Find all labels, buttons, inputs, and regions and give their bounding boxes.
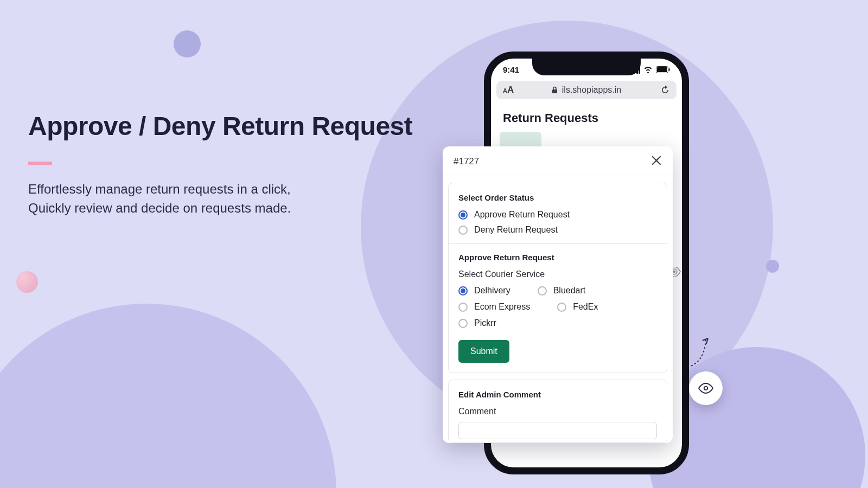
- status-title: Select Order Status: [458, 193, 657, 202]
- status-section: Select Order Status Approve Return Reque…: [448, 183, 667, 373]
- comment-input[interactable]: [458, 422, 657, 439]
- decor-circle: [0, 304, 336, 488]
- approve-title: Approve Return Request: [458, 253, 657, 262]
- radio-deny-label: Deny Return Request: [474, 225, 558, 235]
- decor-circle: [16, 271, 38, 293]
- wifi-icon: [643, 66, 653, 73]
- pointer-arrow: [683, 337, 709, 370]
- radio-ecom-label: Ecom Express: [474, 302, 530, 312]
- browser-bar[interactable]: AA ils.shopiapps.in: [496, 81, 676, 99]
- radio-bluedart[interactable]: Bluedart: [538, 286, 586, 296]
- decor-circle: [766, 260, 779, 273]
- comment-section: Edit Admin Comment Comment: [448, 380, 667, 443]
- hero-subtext: Effortlessly manage return requests in a…: [28, 180, 412, 218]
- radio-delhivery[interactable]: Delhivery: [458, 286, 510, 296]
- view-fab[interactable]: [689, 371, 723, 405]
- radio-pickrr-label: Pickrr: [474, 318, 496, 328]
- bg-pill: [500, 132, 541, 148]
- hero-line2: Quickly review and decide on requests ma…: [28, 199, 412, 218]
- radio-pickrr[interactable]: Pickrr: [458, 318, 496, 328]
- radio-approve-label: Approve Return Request: [474, 210, 570, 220]
- modal-order-id: #1727: [454, 156, 479, 167]
- radio-approve[interactable]: Approve Return Request: [458, 210, 657, 220]
- radio-fedex[interactable]: FedEx: [557, 302, 598, 312]
- battery-icon: [656, 66, 670, 73]
- radio-icon: [538, 286, 547, 296]
- browser-url: ils.shopiapps.in: [562, 85, 621, 95]
- status-time: 9:41: [503, 65, 519, 74]
- svg-rect-3: [552, 89, 557, 93]
- radio-icon: [458, 226, 468, 235]
- svg-point-5: [704, 387, 707, 390]
- radio-icon: [458, 319, 468, 328]
- eye-icon: [698, 383, 713, 394]
- modal-header: #1727: [443, 146, 673, 176]
- hero-line1: Effortlessly manage return requests in a…: [28, 180, 412, 199]
- courier-label: Select Courier Service: [458, 269, 657, 279]
- hero-title: Approve / Deny Return Request: [28, 111, 412, 141]
- radio-icon: [458, 303, 468, 312]
- reload-icon[interactable]: [660, 85, 670, 95]
- courier-options: Delhivery Bluedart Ecom Express FedEx Pi…: [458, 286, 657, 328]
- svg-rect-1: [657, 67, 667, 72]
- page-title: Return Requests: [491, 99, 682, 130]
- submit-button[interactable]: Submit: [458, 340, 509, 363]
- radio-ecom[interactable]: Ecom Express: [458, 302, 530, 312]
- radio-delhivery-label: Delhivery: [474, 286, 510, 296]
- text-size-icon[interactable]: AA: [503, 85, 514, 95]
- lock-icon: [552, 86, 558, 94]
- close-icon[interactable]: [651, 155, 662, 168]
- accent-bar: [28, 162, 52, 165]
- divider: [449, 243, 667, 244]
- decor-circle: [174, 30, 201, 57]
- radio-icon: [557, 303, 566, 312]
- svg-point-4: [673, 271, 676, 273]
- radio-deny[interactable]: Deny Return Request: [458, 225, 657, 235]
- radio-icon: [458, 210, 468, 220]
- svg-rect-2: [669, 68, 670, 71]
- hero-block: Approve / Deny Return Request Effortless…: [28, 111, 412, 218]
- phone-notch: [532, 58, 641, 75]
- radio-fedex-label: FedEx: [573, 302, 598, 312]
- radio-icon: [458, 286, 468, 296]
- comment-label: Comment: [458, 407, 657, 416]
- radio-bluedart-label: Bluedart: [553, 286, 586, 296]
- modal-card: #1727 Select Order Status Approve Return…: [443, 146, 673, 443]
- comment-title: Edit Admin Comment: [458, 390, 657, 399]
